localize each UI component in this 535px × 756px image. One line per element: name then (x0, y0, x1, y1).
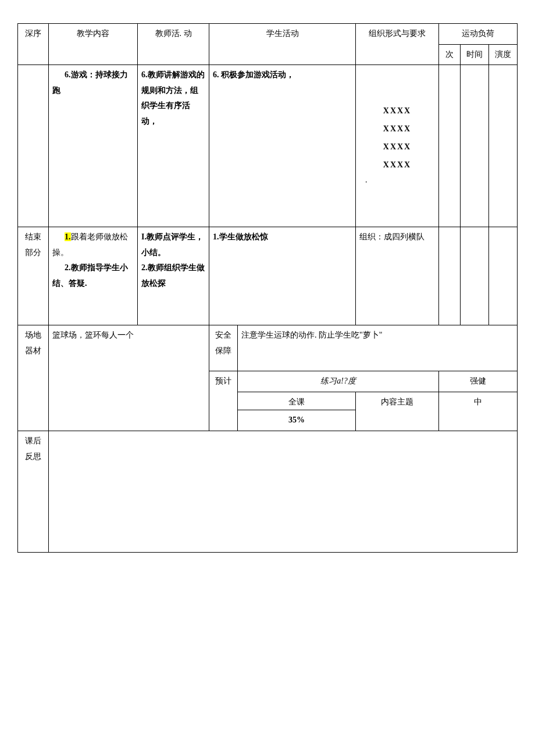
cell-end-student: 1.学生做放松惊 (209, 227, 356, 325)
col-load-group: 运动负荷 (439, 24, 518, 45)
cell-safety-text: 注意学生运球的动作. 防止学生吃"萝卜" (238, 325, 518, 371)
col-times: 次 (439, 44, 461, 65)
cell-end-intensity (489, 227, 518, 325)
col-org: 组织形式与要求 (356, 24, 439, 65)
formation-diagram: XXXX XXXX XXXX XXXX · (359, 67, 435, 192)
end-content-a-text: 跟着老师做放松操。 (52, 232, 128, 257)
col-teacher: 教师活. 动 (138, 24, 209, 65)
game-teacher-text: 6.教师讲解游戏的规则和方法，组织学生有序活动， (141, 70, 205, 126)
formation-line: XXXX (359, 156, 435, 174)
whole-class-percent: 35% (238, 410, 355, 428)
highlight-1: 1. (65, 232, 71, 241)
col-content: 教学内容 (49, 24, 138, 65)
cell-end-teacher: I.教师点评学生，小结。 2.教师组织学生做放松探 (138, 227, 209, 325)
cell-game-content: 6.游戏：持球接力跑 (49, 65, 138, 227)
end-student-a: 1.学生做放松惊 (213, 230, 352, 245)
row-equipment-top: 场地器材 篮球场，篮环每人一个 安全保障 注意学生运球的动作. 防止学生吃"萝卜… (18, 325, 518, 371)
cell-game-student: 6. 积极参加游戏活动， (209, 65, 356, 227)
cell-safety-label: 安全保障 (209, 325, 238, 371)
cell-reflection-content (49, 431, 518, 552)
cell-game-org: XXXX XXXX XXXX XXXX · (356, 65, 439, 227)
cell-strength-label: 强健 (439, 371, 518, 392)
cell-forecast-label: 预计 (209, 371, 238, 431)
cell-game-duration (461, 65, 489, 227)
col-duration: 时间 (461, 44, 489, 65)
end-content-a: 1.跟着老师做放松操。 (52, 230, 134, 260)
cell-end-times (439, 227, 461, 325)
row-reflection: 课后反思 (18, 431, 518, 552)
formation-line: XXXX (359, 120, 435, 138)
formation-line: XXXX (359, 102, 435, 120)
end-teacher-b: 2.教师组织学生做放松探 (141, 260, 205, 291)
cell-end-duration (461, 227, 489, 325)
cell-game-teacher: 6.教师讲解游戏的规则和方法，组织学生有序活动， (138, 65, 209, 227)
cell-equipment-label: 场地器材 (18, 325, 49, 431)
cell-equipment-content: 篮球场，篮环每人一个 (49, 325, 209, 431)
col-intensity: 演度 (489, 44, 518, 65)
cell-end-content: 1.跟着老师做放松操。 2.教师指导学生小结、答疑. (49, 227, 138, 325)
formation-line: XXXX (359, 138, 435, 156)
whole-class-label: 全课 (241, 395, 352, 410)
document-page: 深序 教学内容 教师活. 动 学生活动 组织形式与要求 运动负荷 次 时间 演度… (17, 23, 518, 553)
row-end: 结束部分 1.跟着老师做放松操。 2.教师指导学生小结、答疑. I.教师点评学生… (18, 227, 518, 325)
game-student-text: 6. 积极参加游戏活动， (213, 70, 294, 79)
cell-end-org: 组织：成四列横队 (356, 227, 439, 325)
cell-content-theme: 内容主题 (356, 392, 439, 431)
cell-game-times (439, 65, 461, 227)
cell-game-intensity (489, 65, 518, 227)
end-teacher-a: I.教师点评学生，小结。 (141, 230, 205, 260)
cell-practice-density-label: 练习a!?度 (238, 371, 439, 392)
cell-strength-value: 中 (439, 392, 518, 431)
row-game: 6.游戏：持球接力跑 6.教师讲解游戏的规则和方法，组织学生有序活动， 6. 积… (18, 65, 518, 227)
cell-reflection-label: 课后反思 (18, 431, 49, 552)
formation-dot: · (359, 174, 435, 192)
practice-density-text: 练习a!?度 (320, 377, 356, 385)
col-sequence: 深序 (18, 24, 49, 65)
cell-end-label: 结束部分 (18, 227, 49, 325)
cell-whole-class: 全课 35% (238, 392, 356, 431)
col-student: 学生活动 (209, 24, 356, 65)
end-content-b: 2.教师指导学生小结、答疑. (52, 260, 134, 291)
lesson-plan-table: 深序 教学内容 教师活. 动 学生活动 组织形式与要求 运动负荷 次 时间 演度… (17, 23, 518, 553)
header-row-1: 深序 教学内容 教师活. 动 学生活动 组织形式与要求 运动负荷 (18, 24, 518, 45)
cell-game-sequence (18, 65, 49, 227)
